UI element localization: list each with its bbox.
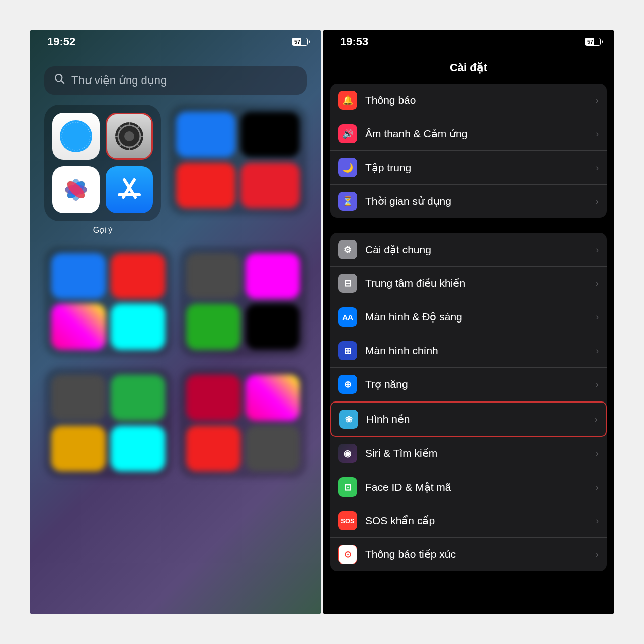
battery-indicator: 57 [585, 38, 603, 46]
search-placeholder: Thư viện ứng dụng [71, 74, 167, 87]
status-indicators: 57 [286, 35, 310, 48]
blurred-folder[interactable] [44, 246, 172, 357]
settings-faceid-passcode[interactable]: ⊡Face ID & Mật mã› [330, 470, 607, 504]
page-title: Cài đặt [323, 61, 614, 74]
settings-general[interactable]: ⚙Cài đặt chung› [330, 233, 607, 267]
chevron-right-icon: › [596, 163, 599, 173]
wallpaper-icon: ❀ [339, 410, 358, 429]
chevron-right-icon: › [596, 448, 599, 459]
access-icon: ⊕ [338, 375, 357, 394]
status-bar: 19:53 57 [323, 30, 614, 51]
app-library-screen: 19:52 57 Thư viện ứng dụng [30, 30, 321, 614]
folder-label: Gợi ý [44, 225, 161, 235]
settings-notifications[interactable]: 🔔Thông báo› [330, 84, 607, 117]
general-icon: ⚙ [338, 240, 357, 259]
settings-exposure-notification[interactable]: ⊙Thông báo tiếp xúc› [330, 538, 607, 571]
row-label: Thông báo tiếp xúc [365, 548, 596, 560]
chevron-right-icon: › [596, 129, 599, 139]
row-label: Trợ năng [365, 378, 596, 390]
notif-icon: 🔔 [338, 91, 357, 110]
row-label: Face ID & Mật mã [365, 481, 596, 493]
blurred-folder[interactable] [179, 246, 307, 357]
chevron-right-icon: › [596, 379, 599, 390]
blurred-folder[interactable] [44, 368, 172, 478]
time-icon: ⏳ [338, 192, 357, 211]
settings-emergency-sos[interactable]: SOSSOS khẩn cấp› [330, 504, 607, 538]
chevron-right-icon: › [596, 95, 599, 106]
settings-screen-time[interactable]: ⏳Thời gian sử dụng› [330, 185, 607, 218]
siri-icon: ◉ [338, 444, 357, 463]
faceid-icon: ⊡ [338, 477, 357, 497]
suggestions-folder[interactable] [44, 105, 161, 221]
settings-group-2: ⚙Cài đặt chung›⊟Trung tâm điều khiển›AAM… [330, 233, 607, 571]
settings-control-center[interactable]: ⊟Trung tâm điều khiển› [330, 267, 607, 300]
settings-group-1: 🔔Thông báo›🔊Âm thanh & Cảm ứng›🌙Tập trun… [330, 84, 607, 218]
status-indicators: 57 [579, 35, 603, 48]
row-label: Tập trung [365, 162, 596, 174]
display-icon: AA [338, 307, 357, 327]
status-time: 19:52 [47, 35, 75, 48]
settings-display-brightness[interactable]: AAMàn hình & Độ sáng› [330, 300, 607, 334]
settings-focus[interactable]: 🌙Tập trung› [330, 151, 607, 185]
home-icon: ⊞ [338, 341, 357, 360]
control-icon: ⊟ [338, 274, 357, 293]
chevron-right-icon: › [596, 312, 599, 323]
app-appstore[interactable] [106, 166, 153, 213]
blurred-folder[interactable] [169, 105, 307, 215]
settings-home-screen[interactable]: ⊞Màn hình chính› [330, 334, 607, 368]
chevron-right-icon: › [596, 346, 599, 356]
settings-wallpaper[interactable]: ❀Hình nền› [330, 401, 607, 437]
row-label: Màn hình & Độ sáng [365, 311, 596, 323]
row-label: SOS khẩn cấp [365, 515, 596, 527]
app-settings[interactable] [106, 113, 153, 160]
status-time: 19:53 [340, 35, 368, 48]
blurred-folder[interactable] [179, 368, 307, 478]
row-label: Siri & Tìm kiếm [365, 447, 596, 459]
settings-sound-haptics[interactable]: 🔊Âm thanh & Cảm ứng› [330, 117, 607, 151]
chevron-right-icon: › [596, 549, 599, 560]
app-safari[interactable] [52, 113, 100, 160]
search-icon [54, 73, 65, 88]
status-bar: 19:52 57 [30, 30, 321, 51]
battery-indicator: 57 [292, 38, 310, 46]
chevron-right-icon: › [596, 278, 599, 289]
exposure-icon: ⊙ [338, 545, 357, 564]
chevron-right-icon: › [596, 516, 599, 526]
svg-point-4 [55, 74, 62, 81]
chevron-right-icon: › [596, 482, 599, 493]
settings-screen: 19:53 57 Cài đặt 🔔Thông báo›🔊Âm thanh & … [323, 30, 614, 614]
row-label: Âm thanh & Cảm ứng [365, 128, 596, 140]
sound-icon: 🔊 [338, 124, 357, 143]
chevron-right-icon: › [595, 414, 598, 425]
app-photos[interactable] [52, 166, 100, 213]
chevron-right-icon: › [596, 196, 599, 207]
row-label: Thông báo [365, 94, 596, 106]
sos-icon: SOS [338, 511, 357, 530]
row-label: Trung tâm điều khiển [365, 277, 596, 289]
settings-siri-search[interactable]: ◉Siri & Tìm kiếm› [330, 437, 607, 470]
row-label: Màn hình chính [365, 345, 596, 357]
focus-icon: 🌙 [338, 158, 357, 177]
settings-accessibility[interactable]: ⊕Trợ năng› [330, 368, 607, 401]
svg-point-18 [124, 131, 134, 141]
row-label: Hình nền [366, 413, 595, 425]
chevron-right-icon: › [596, 245, 599, 255]
svg-line-5 [61, 80, 64, 84]
app-library-search[interactable]: Thư viện ứng dụng [44, 66, 307, 95]
row-label: Thời gian sử dụng [365, 195, 596, 207]
row-label: Cài đặt chung [365, 244, 596, 256]
